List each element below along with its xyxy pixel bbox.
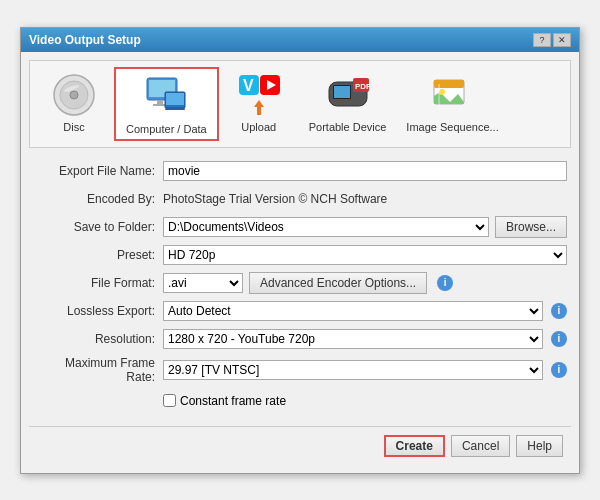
file-format-info-icon[interactable]: i [437,275,453,291]
icon-bar: Disc Computer / Data [29,60,571,148]
constant-frame-rate-row: Constant frame rate [33,390,567,412]
image-sequence-label: Image Sequence... [406,121,498,133]
encoded-by-row: Encoded By: PhotoStage Trial Version © N… [33,188,567,210]
resolution-control: 1280 x 720 - YouTube 720p 1920 x 1080 64… [163,329,567,349]
help-button[interactable]: Help [516,435,563,457]
file-format-row: File Format: .avi .mp4 .mov Advanced Enc… [33,272,567,294]
portable-device-label: Portable Device [309,121,387,133]
bottom-bar: Create Cancel Help [29,426,571,465]
max-frame-rate-control: 29.97 [TV NTSC] 25 [PAL] 24 30 60 i [163,360,567,380]
svg-rect-10 [165,108,185,110]
max-frame-rate-label: Maximum Frame Rate: [33,356,163,384]
form-area: Export File Name: Encoded By: PhotoStage… [29,158,571,420]
lossless-info-icon[interactable]: i [551,303,567,319]
preset-select[interactable]: HD 720p HD 1080p SD 480p [163,245,567,265]
svg-text:PDF: PDF [355,82,371,91]
constant-frame-rate-label: Constant frame rate [180,394,286,408]
max-frame-rate-select[interactable]: 29.97 [TV NTSC] 25 [PAL] 24 30 60 [163,360,543,380]
title-bar: Video Output Setup ? ✕ [21,28,579,52]
save-to-folder-control: D:\Documents\Videos Browse... [163,216,567,238]
resolution-label: Resolution: [33,332,163,346]
browse-button[interactable]: Browse... [495,216,567,238]
svg-rect-6 [157,100,163,104]
export-file-name-row: Export File Name: [33,160,567,182]
resolution-select[interactable]: 1280 x 720 - YouTube 720p 1920 x 1080 64… [163,329,543,349]
export-file-name-input[interactable] [163,161,567,181]
preset-control: HD 720p HD 1080p SD 480p [163,245,567,265]
create-button[interactable]: Create [384,435,445,457]
save-to-folder-row: Save to Folder: D:\Documents\Videos Brow… [33,216,567,238]
export-file-name-label: Export File Name: [33,164,163,178]
preset-row: Preset: HD 720p HD 1080p SD 480p [33,244,567,266]
portable-icon-img: PDF [324,71,372,119]
help-title-button[interactable]: ? [533,33,551,47]
file-format-control: .avi .mp4 .mov Advanced Encoder Options.… [163,272,567,294]
encoded-by-value: PhotoStage Trial Version © NCH Software [163,192,567,206]
file-format-label: File Format: [33,276,163,290]
svg-marker-15 [254,100,264,115]
max-frame-rate-row: Maximum Frame Rate: 29.97 [TV NTSC] 25 [… [33,356,567,384]
lossless-export-control: Auto Detect Yes No i [163,301,567,321]
lossless-export-row: Lossless Export: Auto Detect Yes No i [33,300,567,322]
resolution-row: Resolution: 1280 x 720 - YouTube 720p 19… [33,328,567,350]
frame-rate-info-icon[interactable]: i [551,362,567,378]
file-format-select[interactable]: .avi .mp4 .mov [163,273,243,293]
lossless-export-label: Lossless Export: [33,304,163,318]
svg-point-2 [70,91,78,99]
upload-label: Upload [241,121,276,133]
computer-icon-img [142,73,190,121]
icon-computer-data[interactable]: Computer / Data [114,67,219,141]
cancel-button[interactable]: Cancel [451,435,510,457]
svg-rect-18 [334,86,350,98]
svg-rect-23 [434,80,464,84]
title-bar-buttons: ? ✕ [533,33,571,47]
constant-frame-rate-checkbox[interactable] [163,394,176,407]
window-title: Video Output Setup [29,33,141,47]
image-sequence-icon-img [429,71,477,119]
icon-disc[interactable]: Disc [34,67,114,141]
constant-frame-rate-control: Constant frame rate [163,394,567,408]
disc-label: Disc [63,121,84,133]
icon-portable-device[interactable]: PDF Portable Device [299,67,397,141]
save-to-folder-select[interactable]: D:\Documents\Videos [163,217,489,237]
resolution-info-icon[interactable]: i [551,331,567,347]
disc-icon-img [50,71,98,119]
save-to-folder-label: Save to Folder: [33,220,163,234]
preset-label: Preset: [33,248,163,262]
svg-rect-9 [166,93,184,105]
lossless-export-select[interactable]: Auto Detect Yes No [163,301,543,321]
icon-image-sequence[interactable]: Image Sequence... [396,67,508,141]
icon-upload[interactable]: V Upload [219,67,299,141]
close-title-button[interactable]: ✕ [553,33,571,47]
advanced-encoder-button[interactable]: Advanced Encoder Options... [249,272,427,294]
video-output-setup-window: Video Output Setup ? ✕ Disc [20,27,580,474]
export-file-name-control [163,161,567,181]
upload-icon-img: V [235,71,283,119]
window-content: Disc Computer / Data [21,52,579,473]
computer-data-label: Computer / Data [126,123,207,135]
svg-text:V: V [243,77,254,94]
encoded-by-label: Encoded By: [33,192,163,206]
svg-rect-26 [438,84,440,110]
